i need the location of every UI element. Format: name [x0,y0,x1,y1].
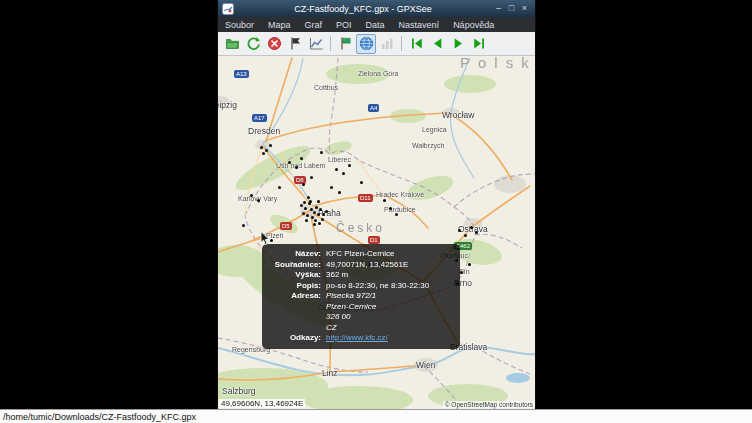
flag-icon [338,36,353,51]
menu-soubor[interactable]: Soubor [218,19,261,31]
poi-dot[interactable] [305,219,308,222]
poi-dot[interactable] [314,219,317,222]
show-pois-button[interactable] [335,34,355,54]
show-graphs-button[interactable] [306,34,326,54]
poi-dot[interactable] [317,213,320,216]
next-icon [451,36,466,51]
menu-napoveda[interactable]: Nápověda [446,19,501,31]
poi-dot[interactable] [303,201,306,204]
poi-dot[interactable] [295,166,298,169]
poi-dot[interactable] [475,231,478,234]
poi-dot[interactable] [318,222,321,225]
poi-dot[interactable] [325,210,328,213]
poi-dot[interactable] [313,211,316,214]
tooltip-row: Adresa:Pisecka 972/1Plzen-Cernice326 00C… [269,291,453,333]
menu-graf[interactable]: Graf [298,19,330,31]
menu-mapa[interactable]: Mapa [261,19,298,31]
previous-file-button[interactable] [427,34,447,54]
poi-dot[interactable] [342,172,345,175]
poi-dot[interactable] [319,208,322,211]
tooltip-value: 49,70071N, 13,42561E [326,260,453,271]
graph-icon [309,36,324,51]
map-view[interactable]: PolskaČeskoZielona GóraCottbusLeipzigDre… [218,56,535,409]
prev-icon [430,36,445,51]
menu-data[interactable]: Data [359,19,392,31]
tooltip-label: Odkazy: [269,333,326,344]
poi-dot[interactable] [460,271,463,274]
poi-dot[interactable] [335,168,338,171]
close-button[interactable]: × [518,2,531,15]
poi-dot[interactable] [306,214,309,217]
poi-dot[interactable] [309,200,312,203]
poi-dot[interactable] [260,146,263,149]
poi-dot[interactable] [395,213,398,216]
poi-dot[interactable] [278,186,281,189]
poi-dot[interactable] [300,204,303,207]
last-file-button[interactable] [469,34,489,54]
minimize-button[interactable]: – [492,2,505,15]
poi-dot[interactable] [300,157,303,160]
poi-dot[interactable] [468,263,471,266]
poi-dot[interactable] [348,164,351,167]
poi-dot[interactable] [302,183,305,186]
titlebar[interactable]: CZ-Fastfoody_KFC.gpx - GPXSee –□× [218,0,535,17]
poi-dot[interactable] [315,206,318,209]
menu-bar: SouborMapaGrafPOIDataNastaveníNápověda [218,17,535,32]
poi-dot[interactable] [262,152,265,155]
poi-dot[interactable] [383,199,386,202]
poi-dot[interactable] [321,218,324,221]
poi-dot[interactable] [458,229,461,232]
poi-dot[interactable] [288,161,291,164]
poi-dot[interactable] [265,149,268,152]
poi-dot[interactable] [310,176,313,179]
menu-poi[interactable]: POI [329,19,359,31]
next-file-button[interactable] [448,34,468,54]
poi-dot[interactable] [242,224,245,227]
tooltip-label: Popis: [269,281,326,292]
window-title: CZ-Fastfoody_KFC.gpx - GPXSee [234,4,492,14]
file-path: /home/tumic/Downloads/CZ-Fastfoody_KFC.g… [3,412,196,422]
open-file-button[interactable] [222,34,242,54]
first-file-button[interactable] [406,34,426,54]
poi-dot[interactable] [470,226,473,229]
reload-file-button[interactable] [243,34,263,54]
tooltip-link[interactable]: http://www.kfc.cz/ [326,333,388,342]
poi-dot[interactable] [464,234,467,237]
poi-dot[interactable] [320,151,323,154]
poi-dot[interactable] [269,144,272,147]
close-file-button[interactable] [264,34,284,54]
tooltip-value: http://www.kfc.cz/ [326,333,453,344]
poi-dot[interactable] [304,207,307,210]
maximize-button[interactable]: □ [505,2,518,15]
tooltip-label: Souřadnice: [269,260,326,271]
toolbar-separator [330,36,331,51]
menu-nastaveni[interactable]: Nastavení [392,19,447,31]
status-bar: /home/tumic/Downloads/CZ-Fastfoody_KFC.g… [0,409,752,423]
poi-dot[interactable] [257,199,260,202]
gpxsee-window: CZ-Fastfoody_KFC.gpx - GPXSee –□× Soubor… [218,0,535,409]
poi-dot[interactable] [322,213,325,216]
poi-dot[interactable] [360,181,363,184]
show-map-button[interactable] [356,34,376,54]
poi-flag-icon [288,36,303,51]
mouse-cursor [260,231,273,250]
first-icon [409,36,424,51]
poi-dot[interactable] [338,191,341,194]
tooltip-label: Adresa: [269,291,326,333]
poi-dot[interactable] [330,186,333,189]
poi-dot[interactable] [317,200,320,203]
poi-dot[interactable] [250,194,253,197]
coordinates-readout: 49,69606N, 13,46924E [219,399,305,408]
show-poi-files-button[interactable] [285,34,305,54]
globe-icon [359,36,374,51]
poi-dot[interactable] [302,212,305,215]
poi-dot[interactable] [307,196,310,199]
tooltip-value: po-so 8-22:30, ne 8:30-22:30 [326,281,453,292]
reload-icon [246,36,261,51]
chart-gray-icon [380,36,395,51]
tooltip-value: KFC Plzen-Cernice [326,249,453,260]
tooltip-row: Odkazy:http://www.kfc.cz/ [269,333,453,344]
show-charts-button [377,34,397,54]
poi-dot[interactable] [313,223,316,226]
poi-dot[interactable] [389,207,392,210]
